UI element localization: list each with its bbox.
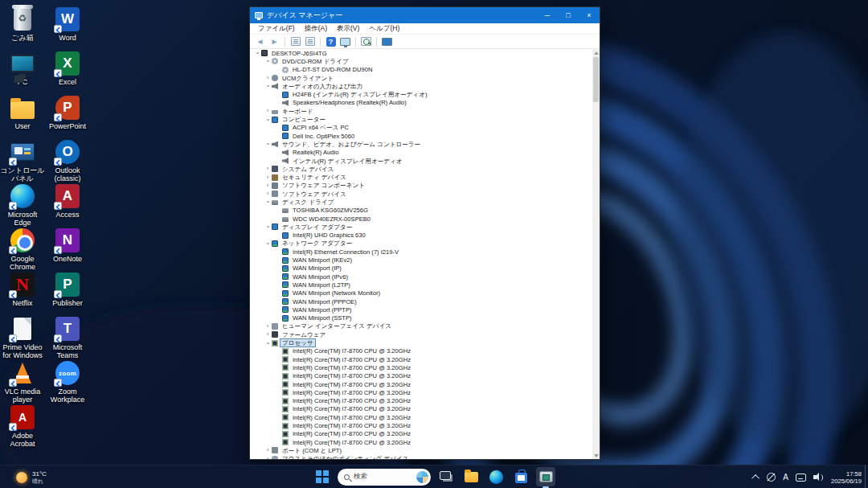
tree-item[interactable]: Intel(R) Core(TM) i7-8700 CPU @ 3.20GHz (250, 421, 592, 429)
menu-item-1[interactable]: 操作(A) (301, 23, 331, 35)
tree-item[interactable]: ›マウスとそのほかのポインティング デバイス (250, 455, 592, 459)
taskbar-file-explorer-button[interactable] (461, 467, 481, 486)
vertical-scrollbar[interactable] (592, 49, 600, 459)
chevron-up-icon[interactable] (751, 474, 760, 482)
tree-item[interactable]: Intel(R) Core(TM) i7-8700 CPU @ 3.20GHz (250, 413, 592, 421)
collapse-chevron-icon[interactable]: › (253, 49, 261, 57)
desktop-icon-access[interactable]: AAccess (45, 183, 90, 219)
expand-chevron-icon[interactable]: › (264, 330, 272, 338)
taskbar-device-manager-button[interactable] (536, 467, 555, 486)
tree-item[interactable]: ›プロセッサ (250, 338, 592, 347)
desktop-icon-edge[interactable]: Microsoft Edge (0, 183, 45, 227)
tree-item[interactable]: WAN Miniport (IP) (250, 265, 592, 273)
clock[interactable]: 17:58 2025/06/19 (831, 470, 862, 485)
tree-item[interactable]: Intel(R) Core(TM) i7-8700 CPU @ 3.20GHz (250, 372, 592, 380)
start-button[interactable] (313, 467, 332, 486)
collapse-chevron-icon[interactable]: › (264, 82, 272, 90)
scrollbar-thumb[interactable] (593, 57, 599, 102)
tree-item[interactable]: ›ファームウェア (250, 330, 592, 338)
desktop-icon-netflix[interactable]: NNetflix (0, 272, 45, 307)
weather-widget[interactable]: 31°C 晴れ (11, 465, 51, 488)
tree-item[interactable]: WAN Miniport (IKEv2) (250, 256, 592, 264)
tree-item[interactable]: TOSHIBA KSG60ZMV256G (250, 207, 592, 215)
expand-chevron-icon[interactable]: › (264, 174, 272, 182)
desktop-icon-outlook[interactable]: OOutlook (classic) (45, 139, 90, 182)
desktop-icon-word[interactable]: WWord (45, 6, 90, 42)
desktop-icon-vlc[interactable]: VLC media player (0, 360, 45, 404)
desktop-icon-pc[interactable]: PC (0, 51, 45, 86)
tree-item[interactable]: ›ディスプレイ アダプター (250, 223, 592, 231)
scroll-down-icon[interactable] (592, 452, 600, 459)
network-icon[interactable] (767, 473, 776, 482)
tree-item[interactable]: HL-DT-ST DVD-ROM DU90N (250, 66, 592, 74)
expand-chevron-icon[interactable]: › (264, 322, 272, 330)
close-button[interactable]: × (579, 7, 600, 23)
tree-item[interactable]: WAN Miniport (L2TP) (250, 281, 592, 289)
tree-item[interactable]: ›ポート (COM と LPT) (250, 446, 592, 454)
toolbar-scan-hardware-icon[interactable] (360, 36, 372, 47)
tree-item[interactable]: ›ソフトウェア コンポーネント (250, 182, 592, 190)
tree-item[interactable]: WAN Miniport (Network Monitor) (250, 289, 592, 297)
collapse-chevron-icon[interactable]: › (264, 339, 272, 347)
menu-item-2[interactable]: 表示(V) (333, 23, 363, 35)
tree-item[interactable]: Intel(R) Core(TM) i7-8700 CPU @ 3.20GHz (250, 355, 592, 363)
tree-item[interactable]: Intel(R) Core(TM) i7-8700 CPU @ 3.20GHz (250, 396, 592, 404)
collapse-chevron-icon[interactable]: › (264, 223, 272, 231)
taskbar-microsoft-edge-button[interactable] (486, 467, 506, 486)
tree-item[interactable]: ›サウンド、ビデオ、およびゲーム コントローラー (250, 140, 592, 148)
tree-item[interactable]: ›ヒューマン インターフェイス デバイス (250, 322, 592, 330)
tree-item[interactable]: WAN Miniport (PPTP) (250, 306, 592, 314)
tree-item[interactable]: WAN Miniport (SSTP) (250, 314, 592, 322)
tree-item[interactable]: ›UCMクライアント (250, 74, 592, 82)
minimize-button[interactable]: ─ (537, 7, 558, 23)
toolbar-forward-icon[interactable]: ► (268, 36, 280, 47)
tree-item[interactable]: WAN Miniport (IPv6) (250, 273, 592, 281)
desktop-icon-ppt[interactable]: PPowerPoint (45, 95, 90, 130)
menu-item-0[interactable]: ファイル(F) (254, 23, 299, 35)
desktop-icon-zoomapp[interactable]: zoomZoom Workplace (45, 360, 90, 404)
collapse-chevron-icon[interactable]: › (264, 140, 272, 148)
expand-chevron-icon[interactable]: › (264, 165, 272, 173)
desktop-icon-prime[interactable]: Prime Video for Windows (0, 316, 45, 359)
collapse-chevron-icon[interactable]: › (264, 116, 272, 124)
tree-item[interactable]: ›DVD/CD-ROM ドライブ (250, 57, 592, 65)
tree-item[interactable]: Intel(R) Core(TM) i7-8700 CPU @ 3.20GHz (250, 438, 592, 446)
tree-item[interactable]: ›ネットワーク アダプター (250, 240, 592, 248)
tree-item[interactable]: H24FB (インテル(R) ディスプレイ用オーディオ) (250, 90, 592, 98)
expand-chevron-icon[interactable]: › (264, 446, 272, 454)
desktop-icon-teams[interactable]: TMicrosoft Teams (45, 316, 90, 359)
tree-item[interactable]: Intel(R) UHD Graphics 630 (250, 232, 592, 240)
tree-item[interactable]: Realtek(R) Audio (250, 149, 592, 157)
tree-item[interactable]: Speakers/Headphones (Realtek(R) Audio) (250, 99, 592, 107)
tree-item[interactable]: Intel(R) Core(TM) i7-8700 CPU @ 3.20GHz (250, 430, 592, 438)
maximize-button[interactable]: □ (558, 7, 579, 23)
toolbar-console-icon[interactable] (289, 36, 301, 47)
tree-item[interactable]: ACPI x64 ベース PC (250, 124, 592, 132)
tree-item[interactable]: ›ソフトウェア デバイス (250, 190, 592, 198)
scroll-up-icon[interactable] (592, 49, 600, 56)
tree-item[interactable]: ›オーディオの入力および出力 (250, 82, 592, 90)
show-desktop-button[interactable] (865, 465, 868, 488)
taskbar-task-view-button[interactable] (436, 467, 456, 486)
collapse-chevron-icon[interactable]: › (264, 57, 272, 65)
tree-item[interactable]: Intel(R) Ethernet Connection (7) I219-V (250, 248, 592, 256)
taskbar-microsoft-store-button[interactable] (511, 467, 530, 486)
tree-item[interactable]: ›コンピューター (250, 115, 592, 123)
search-box[interactable]: 検索 (338, 469, 431, 486)
desktop-icon-onenote[interactable]: NOneNote (45, 228, 90, 263)
toolbar-help-icon[interactable]: ? (325, 36, 337, 47)
volume-icon[interactable] (813, 473, 824, 482)
tree-item[interactable]: ›キーボード (250, 107, 592, 115)
desktop-icon-control[interactable]: コントロール パネル (0, 139, 45, 182)
tree-item[interactable]: Dell Inc. OptiPlex 5060 (250, 132, 592, 140)
tree-item[interactable]: WDC WD40EZRX-00SPEB0 (250, 215, 592, 223)
tree-item[interactable]: WAN Miniport (PPPOE) (250, 297, 592, 306)
desktop-icon-folder[interactable]: User (0, 95, 45, 130)
ime-mode-indicator[interactable]: A (783, 473, 788, 482)
collapse-chevron-icon[interactable]: › (264, 198, 272, 206)
desktop-icon-chrome[interactable]: Google Chrome (0, 228, 45, 271)
tree-item[interactable]: ›セキュリティ デバイス (250, 173, 592, 181)
expand-chevron-icon[interactable]: › (264, 107, 272, 115)
tree-item[interactable]: Intel(R) Core(TM) i7-8700 CPU @ 3.20GHz (250, 380, 592, 388)
tree-item[interactable]: ›DESKTOP-J6SI4TG (250, 49, 592, 57)
